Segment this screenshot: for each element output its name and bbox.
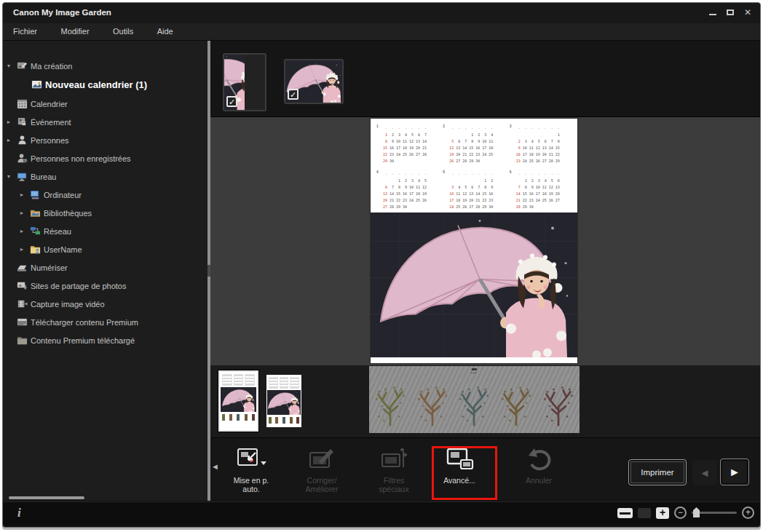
- zoom-out-icon[interactable]: −: [674, 507, 687, 519]
- menu-outils[interactable]: Outils: [103, 23, 143, 41]
- person-unregistered-icon: ?: [15, 153, 29, 164]
- tree-decorations: [369, 378, 580, 430]
- window-title: Canon My Image Garden: [13, 8, 111, 17]
- mini-tree-mark: [269, 417, 272, 424]
- photo-thumbnail-portrait[interactable]: ✓: [223, 53, 266, 111]
- fit-view-icon[interactable]: +: [656, 507, 669, 519]
- sidebar-item-evenement[interactable]: ► Événement: [3, 113, 207, 131]
- scanner-icon: [15, 262, 29, 273]
- sidebar-item-bureau[interactable]: ▼ Bureau: [3, 167, 207, 186]
- sidebar-item-label: Sites de partage de photos: [29, 282, 126, 290]
- mini-month-1: 1·······12345678910111213141516171819202…: [376, 122, 438, 165]
- zoom-in-icon[interactable]: +: [742, 507, 754, 519]
- mini-tree-mark: [296, 417, 299, 424]
- sidebar-item-personnes-non-enregistrees[interactable]: ? Personnes non enregistrées: [3, 149, 207, 167]
- menu-aide[interactable]: Aide: [147, 23, 183, 41]
- print-button[interactable]: Imprimer: [628, 459, 687, 485]
- mini-tree-mark: [282, 417, 285, 424]
- sidebar-item-label: Personnes non enregistrées: [29, 154, 131, 163]
- menu-bar: Fichier Modifier Outils Aide: [3, 23, 760, 41]
- zoom-slider-thumb[interactable]: [693, 507, 700, 517]
- expander-closed-icon[interactable]: ►: [16, 229, 28, 234]
- mini-month-3: 3·······12345678910111213141516171819202…: [510, 122, 572, 165]
- sidebar-item-label: Personnes: [29, 136, 69, 145]
- sidebar-item-calendrier[interactable]: Calendrier: [3, 95, 207, 113]
- correct-enhance-button[interactable]: Corriger/ Améliorer: [288, 444, 355, 493]
- mini-month-6: 6·······12345678910111213141516171819202…: [510, 168, 572, 211]
- page-photo[interactable]: [371, 213, 577, 357]
- info-icon[interactable]: i: [17, 506, 21, 520]
- sidebar-item-label: Calendrier: [29, 100, 68, 108]
- sidebar-item-label: Numériser: [29, 263, 68, 272]
- single-view-icon[interactable]: [617, 508, 633, 518]
- sidebar-item-contenu-premium[interactable]: Contenu Premium téléchargé: [3, 331, 207, 349]
- photo-checkbox[interactable]: ✓: [288, 89, 299, 100]
- mini-tree-mark: [290, 417, 293, 424]
- preview-canvas: 1·······12345678910111213141516171819202…: [210, 117, 760, 365]
- sidebar-item-personnes[interactable]: ► Personnes: [3, 131, 207, 149]
- previous-page-button[interactable]: ◄: [692, 460, 717, 485]
- sidebar-item-ma-creation[interactable]: ▼ Ma création: [3, 57, 207, 75]
- special-filters-icon: [360, 444, 427, 476]
- undo-icon: [505, 444, 572, 476]
- sidebar-item-nouveau-calendrier[interactable]: Nouveau calendrier (1): [3, 75, 207, 95]
- zoom-slider[interactable]: [692, 512, 737, 514]
- sidebar-item-ordinateur[interactable]: ► Ordinateur: [3, 186, 207, 204]
- special-filters-button[interactable]: Filtres spéciaux: [360, 444, 427, 493]
- tree-icon-1: [374, 381, 406, 430]
- menu-fichier[interactable]: Fichier: [3, 23, 47, 41]
- sidebar-item-label: Nouveau calendrier (1): [44, 79, 147, 90]
- highlight-annotation: [432, 446, 497, 500]
- sidebar-horizontal-scrollbar[interactable]: [9, 496, 84, 499]
- sidebar-item-label: Bibliothèques: [42, 209, 92, 218]
- sidebar-item-label: Ma création: [29, 62, 72, 71]
- event-icon: [15, 116, 29, 127]
- sidebar-item-capture-video[interactable]: Capture image vidéo: [3, 295, 207, 313]
- my-creation-icon: [15, 60, 29, 71]
- title-bar[interactable]: Canon My Image Garden ✕: [3, 3, 760, 23]
- auto-layout-button[interactable]: Mise en p. auto.: [218, 444, 285, 493]
- network-icon: [28, 226, 42, 237]
- sidebar-item-telecharger-premium[interactable]: Télécharger contenu Premium: [3, 313, 207, 331]
- pages-strip: ▪▪▪: [210, 365, 760, 437]
- page-thumbnail-2[interactable]: [266, 375, 301, 427]
- sidebar-item-reseau[interactable]: ► Réseau: [3, 222, 207, 240]
- sidebar-item-bibliotheques[interactable]: ► Bibliothèques: [3, 204, 207, 222]
- calendar-page[interactable]: 1·······12345678910111213141516171819202…: [371, 119, 577, 363]
- sidebar-item-label: UserName: [42, 245, 82, 254]
- person-icon: [15, 135, 29, 146]
- sidebar-item-sites-partage[interactable]: Sites de partage de photos: [3, 277, 207, 295]
- expander-closed-icon[interactable]: ►: [16, 192, 28, 197]
- user-folder-icon: [28, 244, 42, 255]
- photo-thumbnail-landscape[interactable]: ✓: [284, 59, 344, 104]
- premium-download-icon: [15, 317, 29, 327]
- expander-closed-icon[interactable]: ►: [3, 138, 15, 143]
- selected-photos-strip: ✓ ✓: [210, 41, 760, 117]
- sidebar-item-label: Télécharger contenu Premium: [29, 318, 138, 327]
- mini-tree-mark: [229, 414, 232, 421]
- close-button[interactable]: ✕: [744, 7, 751, 17]
- sidebar-item-username[interactable]: ► UserName: [3, 240, 207, 258]
- photo-checkbox[interactable]: ✓: [226, 96, 237, 107]
- expander-closed-icon[interactable]: ►: [16, 210, 28, 215]
- edit-toolbar: ◄ Mise en p. auto.: [210, 437, 760, 501]
- undo-button[interactable]: Annuler: [505, 444, 572, 485]
- sidebar-item-label: Réseau: [42, 227, 71, 236]
- page-year-mark: ▪▪▪: [471, 368, 477, 375]
- desktop-icon: [15, 171, 29, 182]
- mini-month-5: 5·······12345678910111213141516171819202…: [443, 168, 505, 211]
- minimize-button[interactable]: [709, 7, 716, 17]
- detail-view-icon-disabled[interactable]: [638, 508, 651, 518]
- expander-closed-icon[interactable]: ►: [16, 247, 28, 252]
- menu-modifier[interactable]: Modifier: [50, 23, 99, 41]
- sidebar-item-numeriser[interactable]: Numériser: [3, 258, 207, 277]
- expander-closed-icon[interactable]: ►: [3, 119, 15, 124]
- next-page-button[interactable]: ►: [720, 458, 749, 485]
- mini-tree-mark: [222, 414, 225, 421]
- sidebar: ▼ Ma création Nouveau calendrier (1) Cal…: [3, 41, 207, 501]
- expander-open-icon[interactable]: ▼: [3, 63, 15, 68]
- maximize-button[interactable]: [727, 7, 734, 17]
- correct-enhance-icon: [288, 444, 355, 476]
- page-thumbnail-1[interactable]: [218, 370, 258, 432]
- expander-open-icon[interactable]: ▼: [3, 174, 15, 179]
